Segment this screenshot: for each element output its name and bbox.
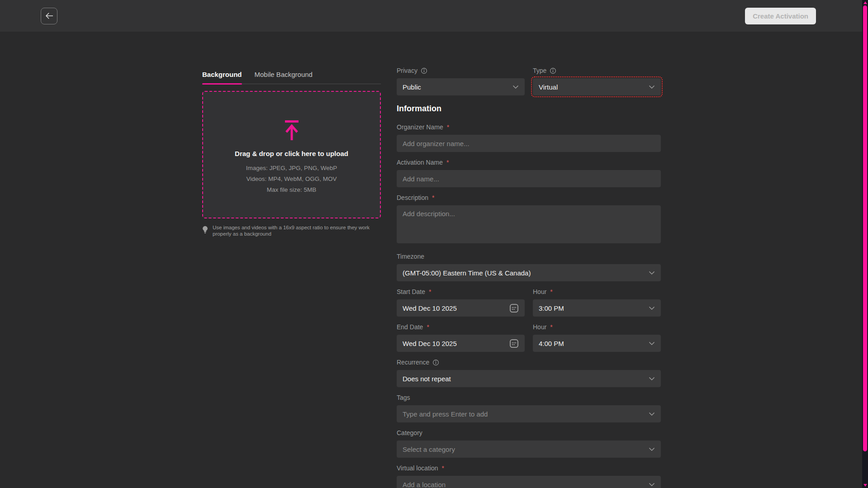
category-field-group: Category Select a category: [397, 429, 661, 458]
privacy-field-group: Privacy Public: [397, 67, 525, 95]
chevron-down-icon: [649, 85, 655, 89]
virtual-location-select[interactable]: Add a location: [397, 476, 661, 488]
calendar-icon: [509, 303, 519, 313]
start-hour-label: Hour *: [533, 288, 661, 295]
organizer-name-label: Organizer Name *: [397, 123, 661, 131]
tab-background[interactable]: Background: [202, 71, 242, 84]
category-label: Category: [397, 429, 661, 436]
chevron-down-icon: [649, 271, 655, 275]
info-icon: [550, 67, 556, 74]
privacy-type-row: Privacy Public Type Virtual: [397, 67, 661, 95]
required-asterisk: *: [550, 323, 552, 331]
type-select[interactable]: Virtual: [533, 78, 661, 95]
chevron-down-icon: [649, 447, 655, 451]
information-section-heading: Information: [397, 104, 661, 114]
privacy-select[interactable]: Public: [397, 78, 525, 95]
start-date-value: Wed Dec 10 2025: [403, 304, 457, 312]
category-placeholder: Select a category: [403, 445, 455, 453]
recurrence-select[interactable]: Does not repeat: [397, 370, 661, 387]
lightbulb-icon: [202, 226, 208, 234]
activation-name-input[interactable]: [397, 170, 661, 187]
end-date-value: Wed Dec 10 2025: [403, 340, 457, 347]
tip-text: Use images and videos with a 16x9 aspect…: [213, 225, 372, 237]
timezone-field-group: Timezone (GMT-05:00) Eastern Time (US & …: [397, 253, 661, 281]
description-label: Description *: [397, 194, 661, 201]
virtual-location-label: Virtual location *: [397, 464, 661, 472]
type-value: Virtual: [539, 83, 558, 91]
chevron-down-icon: [649, 306, 655, 310]
type-label: Type: [533, 67, 661, 74]
required-asterisk: *: [427, 323, 429, 331]
tags-placeholder: Type and press Enter to add: [403, 410, 488, 418]
category-select[interactable]: Select a category: [397, 441, 661, 458]
end-date-label: End Date *: [397, 323, 525, 331]
chevron-down-icon: [649, 483, 655, 487]
type-field-group: Type Virtual: [533, 67, 661, 95]
timezone-label: Timezone: [397, 253, 661, 260]
privacy-value: Public: [403, 83, 421, 91]
timezone-value: (GMT-05:00) Eastern Time (US & Canada): [403, 269, 531, 277]
end-date-row: End Date * Wed Dec 10 2025 Hour * 4:00 P…: [397, 323, 661, 352]
dropzone-title: Drag & drop or click here to upload: [235, 150, 348, 157]
organizer-name-input[interactable]: [397, 135, 661, 152]
create-activation-button[interactable]: Create Activation: [745, 8, 816, 24]
dropzone-images-line: Images: JPEG, JPG, PNG, WebP: [246, 163, 337, 174]
background-media-panel: Background Mobile Background Drag & drop…: [202, 71, 381, 488]
end-hour-value: 4:00 PM: [539, 340, 564, 347]
end-hour-select[interactable]: 4:00 PM: [533, 335, 661, 352]
start-date-label: Start Date *: [397, 288, 525, 295]
recurrence-value: Does not repeat: [403, 375, 451, 383]
recurrence-label: Recurrence: [397, 359, 661, 366]
dropzone-format-info: Images: JPEG, JPG, PNG, WebP Videos: MP4…: [246, 163, 337, 195]
vertical-scrollbar[interactable]: [862, 0, 868, 488]
start-hour-select[interactable]: 3:00 PM: [533, 299, 661, 317]
virtual-location-placeholder: Add a location: [403, 481, 446, 488]
start-date-picker[interactable]: Wed Dec 10 2025: [397, 299, 525, 317]
required-asterisk: *: [446, 159, 449, 166]
calendar-icon: [509, 339, 519, 348]
info-icon: [432, 359, 439, 366]
required-asterisk: *: [432, 194, 434, 201]
end-hour-field-group: Hour * 4:00 PM: [533, 323, 661, 352]
activation-name-field-group: Activation Name *: [397, 159, 661, 187]
upload-dropzone[interactable]: Drag & drop or click here to upload Imag…: [202, 91, 381, 218]
end-hour-label: Hour *: [533, 323, 661, 331]
scrollbar-down-arrow-icon[interactable]: [863, 484, 867, 487]
required-asterisk: *: [447, 123, 449, 131]
description-field-group: Description *: [397, 194, 661, 245]
chevron-down-icon: [512, 85, 519, 89]
start-hour-value: 3:00 PM: [539, 304, 564, 312]
top-bar: Create Activation: [0, 0, 868, 32]
tags-input[interactable]: Type and press Enter to add: [397, 405, 661, 422]
page-content: Background Mobile Background Drag & drop…: [0, 32, 868, 488]
dropzone-videos-line: Videos: MP4, WebM, OGG, MOV: [246, 174, 337, 185]
arrow-left-icon: [45, 12, 54, 19]
chevron-down-icon: [649, 341, 655, 346]
organizer-name-field-group: Organizer Name *: [397, 123, 661, 152]
dropzone-maxsize-line: Max file size: 5MB: [246, 185, 337, 195]
chevron-down-icon: [649, 377, 655, 381]
background-tabs: Background Mobile Background: [202, 71, 381, 84]
recurrence-field-group: Recurrence Does not repeat: [397, 359, 661, 387]
required-asterisk: *: [550, 288, 552, 295]
back-button[interactable]: [41, 8, 57, 24]
required-asterisk: *: [442, 464, 444, 472]
activation-form: Privacy Public Type Virtual Info: [397, 67, 661, 488]
tags-field-group: Tags Type and press Enter to add: [397, 394, 661, 422]
scrollbar-up-arrow-icon[interactable]: [863, 1, 867, 4]
start-date-field-group: Start Date * Wed Dec 10 2025: [397, 288, 525, 317]
timezone-select[interactable]: (GMT-05:00) Eastern Time (US & Canada): [397, 264, 661, 281]
activation-name-label: Activation Name *: [397, 159, 661, 166]
tags-label: Tags: [397, 394, 661, 401]
end-date-picker[interactable]: Wed Dec 10 2025: [397, 335, 525, 352]
required-asterisk: *: [429, 288, 431, 295]
end-date-field-group: End Date * Wed Dec 10 2025: [397, 323, 525, 352]
aspect-ratio-tip: Use images and videos with a 16x9 aspect…: [202, 225, 381, 237]
privacy-label: Privacy: [397, 67, 525, 74]
description-textarea[interactable]: [397, 205, 661, 243]
start-date-row: Start Date * Wed Dec 10 2025 Hour * 3:00…: [397, 288, 661, 317]
virtual-location-field-group: Virtual location * Add a location: [397, 464, 661, 488]
chevron-down-icon: [649, 412, 655, 416]
tab-mobile-background[interactable]: Mobile Background: [255, 71, 313, 84]
scrollbar-thumb[interactable]: [863, 5, 867, 451]
